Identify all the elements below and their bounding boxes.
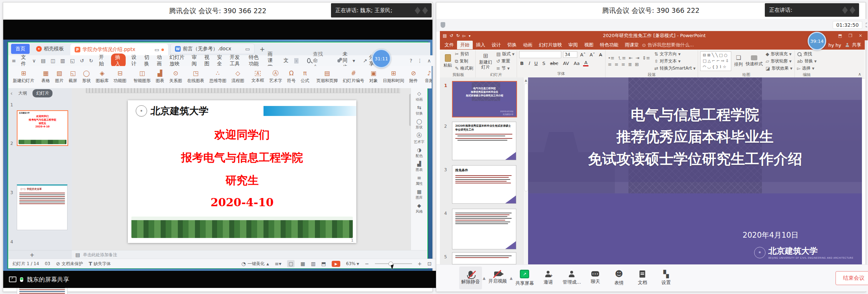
fit-screen-icon[interactable]: ⊡ — [427, 261, 432, 267]
doc-protection-status[interactable]: ⊘文档未保护 — [56, 261, 83, 267]
ribbon-formula[interactable]: π公式 — [298, 70, 312, 84]
new-tab-button[interactable]: + — [257, 45, 268, 53]
sidebar-item-chart[interactable]: ▟图表 — [411, 161, 427, 172]
ribbon-picture[interactable]: ▧图片 — [52, 70, 66, 84]
increase-indent-icon[interactable]: ⇥ — [636, 56, 639, 60]
ribbon-symbol[interactable]: Ω符号 — [285, 70, 298, 84]
ppt-main-slide[interactable]: 电气与信息工程学院 推荐优秀应届本科毕业生 免试攻读硕士学位研究生工作介绍 20… — [528, 77, 862, 264]
ribbon-new-slide[interactable]: ⊞新建幻灯片 — [10, 70, 37, 84]
sidebar-item-shapes[interactable]: ◯形状 — [411, 118, 427, 130]
thumbnail-scrollbar[interactable]: ▲ — [523, 77, 528, 264]
clear-format-button[interactable]: A̶ — [598, 52, 603, 57]
ppt-window-controls[interactable]: ⬒ ❐ ✕ — [838, 33, 865, 38]
columns-icon[interactable]: ⊞ — [635, 62, 639, 67]
char-spacing-button[interactable]: AV — [562, 61, 570, 66]
qat-customize-icon[interactable]: ▾ — [469, 34, 471, 38]
ppt-menu-features[interactable]: 特色功能 — [597, 41, 622, 49]
ppt-thumb-3[interactable]: 推免条件 — [452, 165, 516, 204]
account-name[interactable]: hy hy — [828, 42, 841, 48]
ppt-share-button[interactable]: 共享 — [844, 42, 861, 48]
ribbon-table[interactable]: ▦表格 — [39, 70, 52, 84]
menu-overflow-icon[interactable]: › — [294, 58, 298, 64]
slide-sorter-icon[interactable]: ▦ — [300, 261, 305, 267]
zoom-slider[interactable] — [375, 263, 412, 264]
ppt-menu-transition[interactable]: 切换 — [504, 41, 520, 49]
font-color-button[interactable]: A — [583, 60, 588, 66]
save-icon[interactable]: ▤ — [443, 33, 447, 38]
shape-fill-button[interactable]: ◆形状填充▾ — [766, 51, 792, 57]
invite-button[interactable]: + 邀请 — [537, 267, 560, 289]
ribbon-icon-library[interactable]: ◈图标库 — [93, 70, 111, 84]
notes-toggle-icon[interactable]: ≡▾ — [275, 261, 281, 267]
italic-button[interactable]: I — [527, 61, 531, 66]
hamburger-icon[interactable]: ≡ — [12, 58, 16, 64]
main-slide[interactable]: ❋ 北京建筑大学 欢迎同学们 报考电气与信息工程学院 研究生 2020-4-10… — [128, 100, 356, 243]
ppt-menu-home-active[interactable]: 开始 — [457, 41, 473, 49]
unmute-button[interactable]: 解除静音 — [459, 267, 482, 289]
start-slideshow-icon[interactable]: ▻ — [462, 33, 466, 38]
chat-button[interactable]: ••• 聊天 — [584, 267, 607, 289]
slide-thumb-2[interactable]: （一）学院历史沿革 — [17, 184, 67, 230]
more-vertical-icon[interactable]: ⋮ — [417, 58, 422, 64]
add-slide-button[interactable]: + — [30, 252, 34, 258]
ppt-thumb-1[interactable]: 电气与信息工程学院 推荐优秀应届本科毕业生 免试攻读硕士学位研究生工作介绍 20… — [452, 81, 517, 117]
ribbon-screenshot[interactable]: ◱截屏 — [66, 70, 80, 84]
new-slide-button[interactable]: ⊞ 新建幻灯片 — [478, 53, 493, 70]
menu-view[interactable]: 视图 — [204, 54, 211, 68]
ppt-thumb-5[interactable] — [452, 252, 516, 264]
ppt-menu-yuketang[interactable]: 雨课堂 — [622, 41, 642, 49]
menu-slideshow[interactable]: 幻灯片放映 — [169, 54, 186, 68]
numbering-icon[interactable]: ⒈≡ — [617, 56, 626, 60]
wps-tab-templates[interactable]: • 稻壳模板 — [32, 44, 68, 54]
section-button[interactable]: ≡节▾ — [496, 65, 510, 71]
replace-button[interactable]: ab替换▾ — [797, 58, 817, 64]
menu-design[interactable]: 设计 — [131, 54, 139, 68]
sidebar-item-properties[interactable]: ≡属性 — [411, 175, 427, 186]
missing-font-status[interactable]: T缺失字体 — [89, 261, 111, 267]
ppt-menu-design[interactable]: 设计 — [488, 41, 504, 49]
ribbon-mindmap[interactable]: ∴思维导图 — [207, 70, 229, 84]
align-text-button[interactable]: ⇳对齐文本▾ — [654, 58, 681, 64]
docs-button[interactable]: 文档 — [631, 267, 654, 289]
smartart-button[interactable]: ⇄转换为SmartArt▾ — [654, 65, 696, 71]
mic-options-caret[interactable]: ▲ — [483, 276, 486, 280]
ribbon-attachment[interactable]: ⊘附件 — [407, 70, 420, 84]
scrollbar-thumb[interactable] — [524, 83, 528, 191]
ppt-thumb-4[interactable] — [452, 209, 516, 249]
security-shield-icon[interactable] — [441, 22, 445, 28]
undo-icon[interactable]: ↺ — [450, 33, 453, 38]
menu-transition[interactable]: 切换 — [144, 54, 151, 68]
sidebar-item-colors[interactable]: ◑配色 — [411, 147, 427, 158]
notes-view-icon[interactable]: ⬒ — [321, 261, 326, 267]
ppt-menu-file[interactable]: 文件 — [441, 41, 457, 49]
export-icon[interactable]: ◫ — [51, 58, 55, 64]
find-button[interactable]: 查找 — [797, 51, 812, 57]
menu-file[interactable]: 文件 — [21, 54, 27, 67]
ribbon-online-chart[interactable]: ◳在线图表 — [185, 70, 207, 84]
align-right-icon[interactable]: ≡ — [621, 62, 625, 67]
menu-features[interactable]: 特色功能 — [248, 54, 262, 68]
bold-button[interactable]: B — [519, 61, 525, 66]
tell-me-box[interactable]: ⊙ 告诉我您想要做什么... — [642, 42, 694, 48]
settings-button[interactable]: ▚ 设置 — [654, 267, 677, 289]
shadow-button[interactable]: S — [541, 61, 546, 66]
share-screen-button[interactable]: ↗ 共享屏幕 — [513, 267, 536, 289]
text-direction-button[interactable]: ⇅文字方向▾ — [654, 51, 681, 57]
strikethrough-button[interactable]: abc — [549, 61, 559, 66]
panel-tab-slides[interactable]: 幻灯片 — [32, 89, 52, 97]
select-button[interactable]: ▻选择▾ — [797, 65, 814, 71]
preview-icon[interactable]: ◱ — [70, 58, 75, 64]
zoom-in-button[interactable]: + — [418, 261, 422, 267]
sidebar-item-transition[interactable]: ⇆切换 — [411, 105, 427, 116]
undo-icon[interactable]: ↺ — [80, 58, 84, 64]
redo-icon[interactable]: ↻ — [89, 58, 93, 64]
shape-outline-button[interactable]: ▱形状轮廓▾ — [766, 58, 792, 64]
video-options-caret[interactable]: ▲ — [510, 276, 513, 280]
menu-security[interactable]: 安全 — [216, 54, 224, 68]
scroll-up-icon[interactable]: ▲ — [523, 77, 528, 82]
underline-button[interactable]: U — [533, 61, 539, 66]
ribbon-function-diagram[interactable]: ⊟功能图 — [111, 70, 129, 84]
sidebar-item-gallery[interactable]: ▦图库 — [411, 189, 427, 200]
bullets-icon[interactable]: •≡ — [608, 56, 614, 60]
notes-bar[interactable]: ▤ 单击此处添加备注 — [72, 250, 427, 259]
